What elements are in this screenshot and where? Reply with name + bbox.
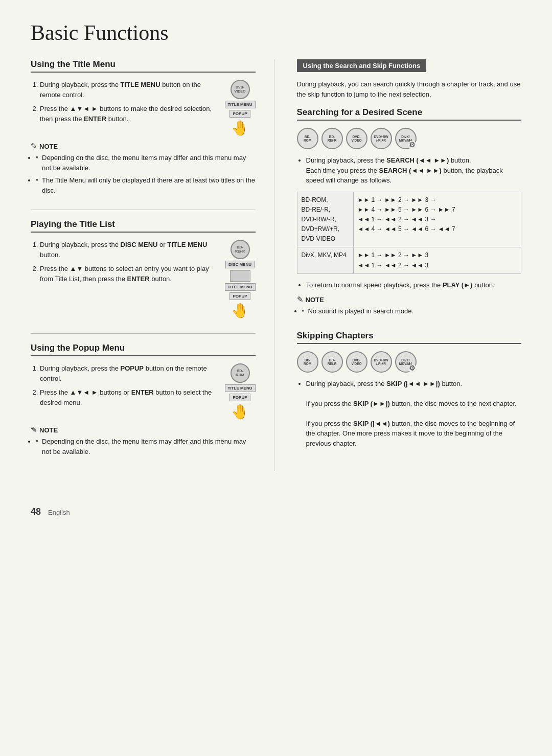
search-play-note-item: To return to normal speed playback, pres…: [306, 280, 522, 290]
search-table-cell-disc2: DivX, MKV, MP4: [297, 247, 353, 273]
title-menu-btn-label: TITLE MENU: [225, 101, 256, 108]
page-title: Basic Functions: [31, 20, 521, 45]
skip-step1: During playback, press the SKIP (|◄◄ ►►|…: [306, 379, 522, 449]
title-menu-note: ✎ NOTE Depending on the disc, the menu i…: [31, 142, 256, 195]
skip-dvd-rw-icon: DVD+RW/-R,+R: [371, 351, 392, 373]
bd-rom-badge: BD-ROM: [231, 363, 250, 383]
search-steps-list: During playback, press the SEARCH (◄◄ ►►…: [297, 155, 522, 186]
note-icon: ✎: [31, 142, 37, 151]
search-table-row2: DivX, MKV, MP4 ►► 1 → ►► 2 → ►► 3 ◄◄ 1 →…: [297, 247, 521, 273]
divider2: [31, 333, 256, 334]
section-skip: Skipping Chapters BD-ROM BD-RE/-R DVD-VI…: [297, 331, 522, 449]
skip-icons-row: BD-ROM BD-RE/-R DVD-VIDEO DVD+RW/-R,+R D…: [297, 351, 522, 373]
title-menu-btn-label2: TITLE MENU: [225, 283, 256, 291]
note-icon2: ✎: [31, 425, 37, 434]
hand-icon2: 🤚: [231, 302, 249, 319]
section-title-list-heading: Playing the Title List: [31, 219, 256, 233]
search-note-item1: No sound is played in search mode.: [302, 306, 522, 316]
dvd-video-icon: DVD-VIDEO: [346, 128, 367, 149]
popup-btn-label: POPUP: [229, 110, 250, 118]
title-list-steps: During playback, press the DISC MENU or …: [31, 240, 218, 284]
search-skip-intro: During playback, you can search quickly …: [297, 79, 522, 99]
search-table-row1: BD-ROM,BD-RE/-R,DVD-RW/-R,DVD+RW/+R,DVD-…: [297, 192, 521, 247]
popup-btn-label3: POPUP: [229, 394, 250, 401]
divider1: [31, 210, 256, 210]
title-list-remote-area: During playback, press the DISC MENU or …: [31, 240, 256, 319]
title-menu-note-item1: Depending on the disc, the menu items ma…: [36, 153, 256, 173]
popup-menu-note: ✎ NOTE Depending on the disc, the menu i…: [31, 425, 256, 456]
title-list-step1: During playback, press the DISC MENU or …: [40, 240, 218, 260]
title-menu-btn-label3: TITLE MENU: [225, 384, 256, 392]
popup-menu-remote-area: During playback, press the POPUP button …: [31, 363, 256, 420]
search-note-title: ✎ NOTE: [297, 295, 522, 304]
title-menu-note-item2: The Title Menu will only be displayed if…: [36, 175, 256, 195]
search-icons-row: BD-ROM BD-RE/-R DVD-VIDEO DVD+RW/-R,+R D…: [297, 128, 522, 149]
section-search: Searching for a Desired Scene BD-ROM BD-…: [297, 107, 522, 316]
page-number: 48: [31, 507, 41, 517]
bd-re-badge: BD-RE/-R: [231, 240, 250, 259]
popup-menu-steps: During playback, press the POPUP button …: [31, 363, 218, 407]
title-menu-note-items: Depending on the disc, the menu items ma…: [31, 153, 256, 195]
search-play-note: To return to normal speed playback, pres…: [297, 280, 522, 290]
section-search-heading: Searching for a Desired Scene: [297, 107, 522, 121]
title-list-step2: Press the ▲▼ buttons to select an entry …: [40, 264, 218, 284]
skip-divx-icon: DivX/MKV/M4: [395, 351, 417, 373]
section-skip-heading: Skipping Chapters: [297, 331, 522, 344]
title-menu-steps: During playback, press the TITLE MENU bu…: [31, 80, 218, 124]
hand-icon3: 🤚: [231, 403, 249, 420]
search-table-cell-speeds2: ►► 1 → ►► 2 → ►► 3 ◄◄ 1 → ◄◄ 2 → ◄◄ 3: [353, 247, 521, 273]
title-menu-note-title: ✎ NOTE: [31, 142, 256, 151]
dvd-rw-icon: DVD+RW/-R,+R: [371, 128, 392, 149]
title-menu-remote-image: DVD-VIDEO TITLE MENU POPUP 🤚: [225, 80, 256, 136]
search-skip-highlight: Using the Search and Skip Functions: [297, 59, 427, 72]
title-list-remote-image: BD-RE/-R DISC MENU TITLE MENU POPUP 🤚: [225, 240, 256, 319]
popup-menu-note-title: ✎ NOTE: [31, 425, 256, 434]
section-popup-menu: Using the Popup Menu During playback, pr…: [31, 343, 256, 456]
right-column: Using the Search and Skip Functions Duri…: [295, 59, 522, 471]
section-title-menu: Using the Title Menu During playback, pr…: [31, 59, 256, 195]
popup-menu-step2: Press the ▲▼◄ ► buttons or ENTER button …: [40, 387, 218, 407]
page-language: English: [48, 509, 70, 516]
popup-menu-note-item1: Depending on the disc, the menu items ma…: [36, 437, 256, 456]
skip-bd-rom-icon: BD-ROM: [297, 351, 318, 373]
section-title-list: Playing the Title List During playback, …: [31, 219, 256, 319]
title-menu-remote-area: During playback, press the TITLE MENU bu…: [31, 80, 256, 136]
search-table-cell-disc1: BD-ROM,BD-RE/-R,DVD-RW/-R,DVD+RW/+R,DVD-…: [297, 192, 353, 247]
divx-icon: DivX/MKV/M4: [395, 128, 417, 149]
search-note: ✎ NOTE No sound is played in search mode…: [297, 295, 522, 316]
bd-re-icon: BD-RE/-R: [321, 128, 343, 149]
section-popup-menu-heading: Using the Popup Menu: [31, 343, 256, 356]
search-table-cell-speeds1: ►► 1 → ►► 2 → ►► 3 → ►► 4 → ►► 5 → ►► 6 …: [353, 192, 521, 247]
dvd-video-badge: DVD-VIDEO: [231, 80, 250, 99]
skip-bd-re-icon: BD-RE/-R: [321, 351, 343, 373]
disc-menu-btn-label: DISC MENU: [225, 261, 255, 268]
blank-btn: [230, 270, 250, 282]
bd-rom-icon: BD-ROM: [297, 128, 318, 149]
note-icon3: ✎: [297, 295, 304, 304]
popup-btn-label2: POPUP: [229, 292, 250, 300]
search-step1: During playback, press the SEARCH (◄◄ ►►…: [306, 155, 522, 186]
skip-dvd-video-icon: DVD-VIDEO: [346, 351, 367, 373]
popup-menu-remote-image: BD-ROM TITLE MENU POPUP 🤚: [225, 363, 256, 420]
section-title-menu-heading: Using the Title Menu: [31, 59, 256, 73]
title-menu-step2: Press the ▲▼◄ ► buttons to make the desi…: [40, 104, 218, 124]
page-footer: 48 English: [31, 486, 521, 517]
hand-icon: 🤚: [231, 120, 249, 136]
popup-menu-step1: During playback, press the POPUP button …: [40, 363, 218, 383]
skip-steps-list: During playback, press the SKIP (|◄◄ ►►|…: [297, 379, 522, 449]
left-column: Using the Title Menu During playback, pr…: [31, 59, 274, 471]
search-speed-table: BD-ROM,BD-RE/-R,DVD-RW/-R,DVD+RW/+R,DVD-…: [297, 192, 522, 274]
search-note-items: No sound is played in search mode.: [297, 306, 522, 316]
popup-menu-note-items: Depending on the disc, the menu items ma…: [31, 437, 256, 456]
title-menu-step1: During playback, press the TITLE MENU bu…: [40, 80, 218, 100]
